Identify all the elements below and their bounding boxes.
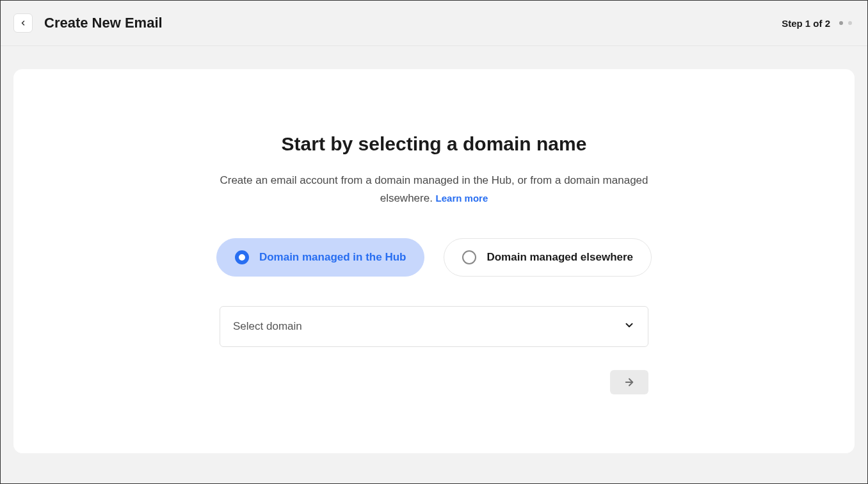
header-left: Create New Email [13,13,163,33]
radio-icon [462,250,476,264]
page-title: Create New Email [44,15,163,31]
header-right: Step 1 of 2 [782,18,852,29]
action-row [220,370,648,394]
description-text: Create an email account from a domain ma… [197,172,671,207]
chevron-left-icon [19,19,27,27]
step-indicator-label: Step 1 of 2 [782,18,830,29]
main-heading: Start by selecting a domain name [197,133,671,155]
main-card: Start by selecting a domain name Create … [13,69,855,453]
description-body: Create an email account from a domain ma… [220,174,648,204]
back-button[interactable] [13,13,33,33]
domain-select[interactable]: Select domain [220,306,648,347]
step-dot-active [839,21,843,25]
domain-select-placeholder: Select domain [233,320,302,333]
domain-select-wrapper: Select domain [220,306,648,347]
radio-label-elsewhere: Domain managed elsewhere [486,251,633,264]
radio-option-elsewhere[interactable]: Domain managed elsewhere [444,238,652,277]
radio-icon [235,250,249,264]
learn-more-link[interactable]: Learn more [436,193,488,204]
page-header: Create New Email Step 1 of 2 [1,1,867,46]
radio-label-hub: Domain managed in the Hub [259,251,406,264]
arrow-right-icon [623,376,635,388]
step-dots [839,21,852,25]
radio-option-hub[interactable]: Domain managed in the Hub [216,238,425,277]
domain-source-radio-group: Domain managed in the Hub Domain managed… [197,238,671,277]
card-inner: Start by selecting a domain name Create … [197,133,671,394]
next-button[interactable] [610,370,648,394]
content-wrapper: Start by selecting a domain name Create … [1,46,867,466]
chevron-down-icon [623,319,635,334]
step-dot-inactive [848,21,852,25]
